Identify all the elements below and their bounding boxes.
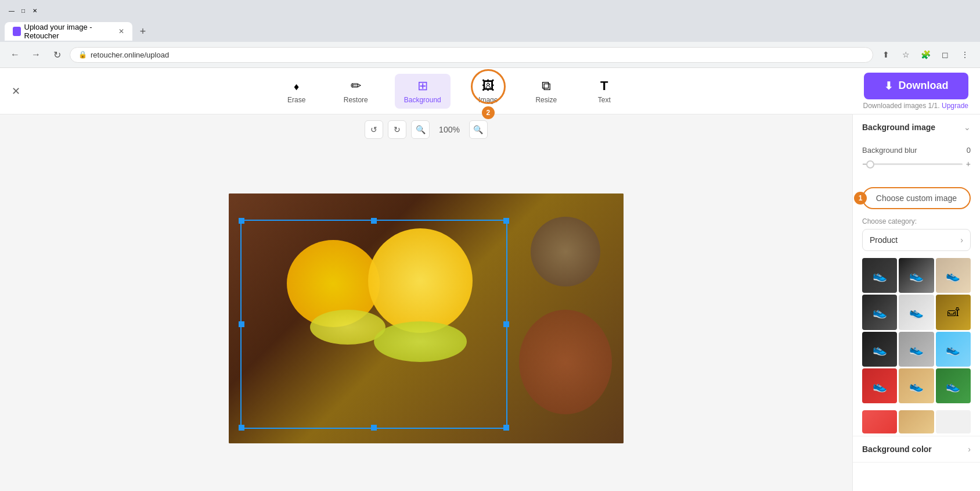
background-image-section: Background image ⌄ Background blur 0 − + (853, 114, 980, 436)
text-label: Text (598, 96, 611, 104)
thumb-1-image: 👟 (862, 258, 897, 293)
zoom-bar: ↺ ↻ 🔍 100% 🔍 (0, 114, 852, 145)
app-content: ↺ ↻ 🔍 100% 🔍 (0, 114, 980, 491)
category-selector[interactable]: Product › (862, 229, 971, 251)
thumb-8-image: 👟 (899, 332, 934, 367)
thumb-13[interactable] (862, 410, 897, 433)
lock-icon: 🔒 (78, 51, 87, 59)
thumb-3-image: 👟 (936, 258, 971, 293)
tool-erase[interactable]: ⬧ Erase (276, 74, 317, 109)
undo-btn[interactable]: ↺ (365, 120, 383, 139)
win-close[interactable]: ✕ (30, 6, 39, 15)
back-btn[interactable]: ← (7, 46, 23, 63)
thumbnail-grid: 👟 👟 👟 👟 👟 🛋 👟 👟 👟 👟 👟 👟 (853, 258, 980, 410)
thumb-10[interactable]: 👟 (862, 368, 897, 403)
center-content: ↺ ↻ 🔍 100% 🔍 (0, 114, 852, 491)
zoom-out-btn[interactable]: 🔍 (411, 120, 430, 139)
thumb-3[interactable]: 👟 (936, 258, 971, 293)
extensions-icon[interactable]: 🧩 (917, 46, 934, 63)
zoom-in-btn[interactable]: 🔍 (469, 120, 488, 139)
thumb-11-image: 👟 (899, 368, 934, 403)
zoom-level: 100% (434, 125, 464, 134)
main-toolbar: ✕ ⬧ Erase ✏ Restore ⊞ Background 🖼 (0, 68, 980, 114)
erase-label: Erase (287, 96, 305, 104)
erase-icon: ⬧ (293, 78, 300, 94)
download-btn[interactable]: ⬇ Download (864, 73, 968, 99)
thumb-12-image: 👟 (936, 368, 971, 403)
tool-restore[interactable]: ✏ Restore (334, 74, 377, 109)
background-color-section: Background color › (853, 436, 980, 463)
tool-image[interactable]: 🖼 Image (468, 74, 509, 109)
thumb-4-image: 👟 (862, 295, 897, 329)
thumb-2[interactable]: 👟 (899, 258, 934, 293)
thumb-12[interactable]: 👟 (936, 368, 971, 403)
blur-value: 0 (967, 146, 971, 155)
tool-image-wrapper: 🖼 Image 2 (468, 74, 509, 109)
restore-icon: ✏ (351, 78, 361, 94)
blur-increase-btn[interactable]: + (966, 159, 971, 169)
tab-title: Upload your image - Retoucher (24, 23, 113, 40)
thumb-7-image: 👟 (862, 332, 897, 367)
url-text: retoucher.online/upload (91, 51, 169, 59)
tab-close-btn[interactable]: ✕ (118, 27, 124, 35)
tab-favicon (13, 27, 21, 36)
thumb-5[interactable]: 👟 (899, 295, 934, 329)
thumb-14[interactable] (899, 410, 934, 433)
choose-category-label: Choose category: (853, 217, 980, 229)
image-icon: 🖼 (482, 78, 495, 94)
thumb-6-image: 🛋 (936, 295, 971, 329)
download-label: Download (899, 80, 949, 92)
tool-background[interactable]: ⊞ Background (395, 74, 451, 109)
blur-label: Background blur (862, 146, 917, 155)
thumb-grid-partial (853, 410, 980, 436)
blur-slider-row: − + (862, 159, 971, 169)
category-chevron: › (960, 235, 963, 245)
background-color-chevron: › (968, 445, 971, 454)
redo-btn[interactable]: ↻ (388, 120, 406, 139)
thumb-7[interactable]: 👟 (862, 332, 897, 367)
address-bar: ← → ↻ 🔒 retoucher.online/upload ⬆ ☆ 🧩 ◻ … (0, 42, 980, 67)
tool-resize[interactable]: ⧉ Resize (526, 74, 567, 109)
thumb-9[interactable]: 👟 (936, 332, 971, 367)
window-controls[interactable]: — □ ✕ (7, 6, 39, 15)
resize-label: Resize (535, 96, 557, 104)
reload-btn[interactable]: ↻ (49, 46, 65, 63)
tool-text[interactable]: T Text (584, 74, 625, 109)
win-minimize[interactable]: — (7, 6, 16, 15)
thumb-14-image (899, 410, 934, 433)
upgrade-link[interactable]: Upgrade (942, 102, 968, 110)
custom-image-wrapper: 1 Choose custom image (862, 187, 971, 209)
thumb-6[interactable]: 🛋 (936, 295, 971, 329)
choose-custom-image-btn[interactable]: Choose custom image (862, 187, 971, 209)
thumb-11[interactable]: 👟 (899, 368, 934, 403)
background-color-header[interactable]: Background color › (853, 436, 980, 462)
text-icon: T (600, 78, 608, 94)
main-canvas[interactable] (229, 193, 624, 443)
active-tab[interactable]: Upload your image - Retoucher ✕ (5, 22, 132, 41)
thumb-1[interactable]: 👟 (862, 258, 897, 293)
blur-slider[interactable] (870, 163, 963, 165)
share-icon[interactable]: ⬆ (878, 46, 894, 63)
step1-badge: 1 (854, 192, 867, 205)
blur-slider-thumb[interactable] (866, 160, 874, 169)
download-arrow-icon: ⬇ (884, 80, 893, 92)
step2-badge: 2 (482, 106, 495, 119)
background-image-header[interactable]: Background image ⌄ (853, 114, 980, 140)
background-image-content: Background blur 0 − + (853, 140, 980, 182)
thumb-15-image (936, 410, 971, 433)
new-tab-btn[interactable]: + (135, 23, 151, 40)
background-image-title: Background image (862, 123, 935, 132)
url-bar[interactable]: 🔒 retoucher.online/upload (70, 47, 873, 63)
thumb-8[interactable]: 👟 (899, 332, 934, 367)
menu-icon[interactable]: ⋮ (957, 46, 973, 63)
background-color-title: Background color (862, 445, 932, 454)
forward-btn[interactable]: → (28, 46, 44, 63)
title-bar: — □ ✕ (0, 0, 980, 21)
star-icon[interactable]: ☆ (898, 46, 914, 63)
profile-icon[interactable]: ◻ (937, 46, 953, 63)
win-maximize[interactable]: □ (19, 6, 28, 15)
thumb-4[interactable]: 👟 (862, 295, 897, 329)
close-btn[interactable]: ✕ (12, 85, 20, 98)
browser-actions: ⬆ ☆ 🧩 ◻ ⋮ (878, 46, 973, 63)
thumb-15[interactable] (936, 410, 971, 433)
